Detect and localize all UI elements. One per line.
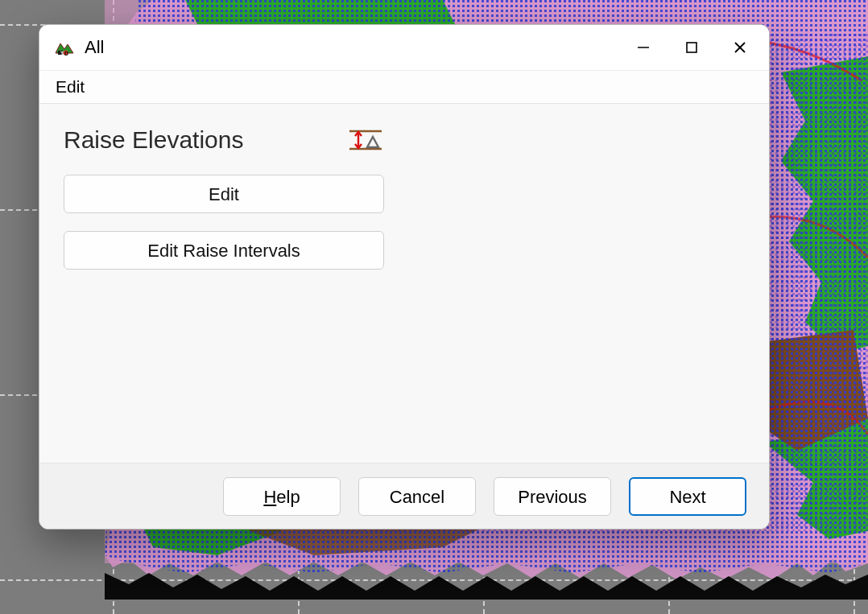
app-icon: T D [54, 39, 75, 56]
maximize-button[interactable] [668, 28, 716, 67]
menubar: Edit [39, 70, 769, 104]
help-label-rest: elp [276, 487, 300, 507]
section-title: Raise Elevations [64, 126, 243, 154]
menu-edit[interactable]: Edit [51, 74, 89, 100]
edit-button[interactable]: Edit [64, 175, 384, 213]
raise-elevations-icon [348, 128, 383, 152]
raise-elevations-dialog: T D All Edit Raise Elevations [39, 24, 770, 530]
edit-raise-intervals-button[interactable]: Edit Raise Intervals [64, 231, 384, 270]
dialog-footer: Help Cancel Previous Next [39, 463, 769, 529]
help-button[interactable]: Help [223, 477, 341, 516]
minimize-button[interactable] [619, 28, 668, 67]
svg-rect-9 [687, 43, 696, 52]
dialog-content: Raise Elevations Edit Edit Raise Interva… [39, 104, 769, 463]
close-button[interactable] [716, 28, 764, 67]
previous-button[interactable]: Previous [494, 477, 611, 516]
window-title: All [85, 37, 619, 58]
next-button[interactable]: Next [629, 477, 746, 516]
cancel-button[interactable]: Cancel [358, 477, 476, 516]
svg-text:D: D [64, 51, 68, 56]
help-accelerator: H [263, 487, 276, 507]
titlebar[interactable]: T D All [39, 25, 769, 70]
